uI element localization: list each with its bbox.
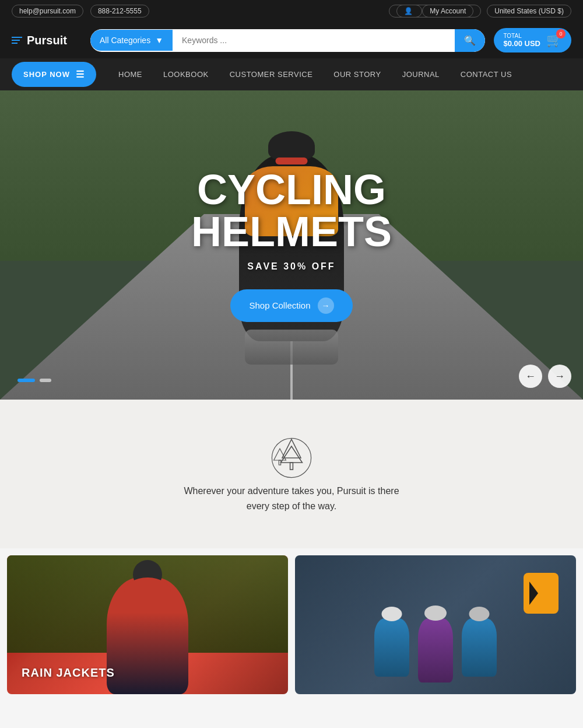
menu-icon: ☰ bbox=[76, 69, 85, 80]
svg-marker-0 bbox=[282, 439, 301, 458]
chevron-down-icon: ▼ bbox=[155, 36, 163, 45]
cart-text-area: TOTAL $0.00 USD bbox=[503, 33, 540, 48]
search-button[interactable]: 🔍 bbox=[455, 29, 485, 52]
hero-subtitle: SAVE 30% OFF bbox=[191, 261, 392, 272]
nav-item-lookbook[interactable]: LOOKBOOK bbox=[153, 58, 219, 90]
nav-item-customer-service[interactable]: CUSTOMER SERVICE bbox=[219, 58, 324, 90]
cart-label: TOTAL bbox=[503, 33, 540, 39]
next-slide-button[interactable]: → bbox=[548, 365, 571, 388]
cyclists-group bbox=[374, 618, 497, 682]
search-container: All Categories ▼ 🔍 bbox=[90, 29, 485, 52]
nav-links: HOME LOOKBOOK CUSTOMER SERVICE OUR STORY… bbox=[108, 58, 522, 90]
user-icon: 👤 bbox=[396, 5, 422, 18]
shop-now-button[interactable]: SHOP NOW ☰ bbox=[12, 62, 96, 87]
logo[interactable]: Pursuit bbox=[12, 34, 82, 47]
feature-tagline: Wherever your adventure takes you, Pursu… bbox=[175, 484, 408, 513]
nav-item-home[interactable]: HOME bbox=[108, 58, 153, 90]
shop-collection-label: Shop Collection bbox=[249, 300, 310, 310]
region-selector[interactable]: United States (USD $) bbox=[487, 5, 571, 18]
dot-1[interactable] bbox=[17, 379, 35, 382]
my-account-link[interactable]: 👤 My Account bbox=[389, 5, 481, 18]
search-bar: Pursuit All Categories ▼ 🔍 TOTAL $0.00 U… bbox=[0, 22, 583, 58]
rain-jackets-card[interactable]: RAIN JACKETS bbox=[7, 555, 288, 694]
arrow-right-icon: → bbox=[318, 298, 334, 314]
hero-title: CYCLING HELMETS bbox=[191, 169, 392, 253]
nav-item-journal[interactable]: JOURNAL bbox=[392, 58, 450, 90]
cart-badge: 0 bbox=[556, 29, 566, 38]
road-sign bbox=[524, 573, 559, 614]
cart-icon-wrapper: 🛒 0 bbox=[546, 33, 562, 48]
hero-section: CYCLING HELMETS SAVE 30% OFF Shop Collec… bbox=[0, 90, 583, 400]
hero-dots bbox=[17, 379, 51, 382]
category-dropdown[interactable]: All Categories ▼ bbox=[90, 30, 173, 51]
category-section: RAIN JACKETS bbox=[0, 548, 583, 694]
logo-text: Pursuit bbox=[27, 34, 67, 47]
logo-icon bbox=[12, 37, 22, 44]
svg-rect-4 bbox=[279, 460, 280, 465]
cart-total: $0.00 USD bbox=[503, 39, 540, 48]
feature-section: Wherever your adventure takes you, Pursu… bbox=[0, 400, 583, 548]
shop-now-label: SHOP NOW bbox=[23, 70, 70, 79]
search-icon: 🔍 bbox=[464, 36, 476, 46]
top-bar-right: 👤 My Account United States (USD $) bbox=[389, 5, 571, 18]
dot-2[interactable] bbox=[40, 379, 51, 382]
top-bar: help@pursuit.com 888-212-5555 👤 My Accou… bbox=[0, 0, 583, 22]
person-figure bbox=[107, 578, 188, 694]
search-input[interactable] bbox=[173, 30, 455, 51]
prev-slide-button[interactable]: ← bbox=[519, 365, 542, 388]
navigation: SHOP NOW ☰ HOME LOOKBOOK CUSTOMER SERVIC… bbox=[0, 58, 583, 90]
email-contact[interactable]: help@pursuit.com bbox=[12, 5, 83, 18]
phone-contact[interactable]: 888-212-5555 bbox=[90, 5, 149, 18]
top-bar-left: help@pursuit.com 888-212-5555 bbox=[12, 5, 149, 18]
cart-area[interactable]: TOTAL $0.00 USD 🛒 0 bbox=[494, 28, 571, 52]
category-label: All Categories bbox=[100, 36, 150, 45]
hero-content: CYCLING HELMETS SAVE 30% OFF Shop Collec… bbox=[191, 169, 392, 322]
hero-arrows: ← → bbox=[519, 365, 571, 388]
svg-rect-2 bbox=[290, 463, 293, 470]
shop-collection-button[interactable]: Shop Collection → bbox=[230, 289, 352, 322]
rain-jackets-label: RAIN JACKETS bbox=[22, 666, 115, 680]
nav-item-contact[interactable]: CONTACT US bbox=[450, 58, 522, 90]
adventure-icon bbox=[12, 435, 571, 484]
cycling-card[interactable] bbox=[295, 555, 576, 694]
nav-item-our-story[interactable]: OUR STORY bbox=[323, 58, 391, 90]
